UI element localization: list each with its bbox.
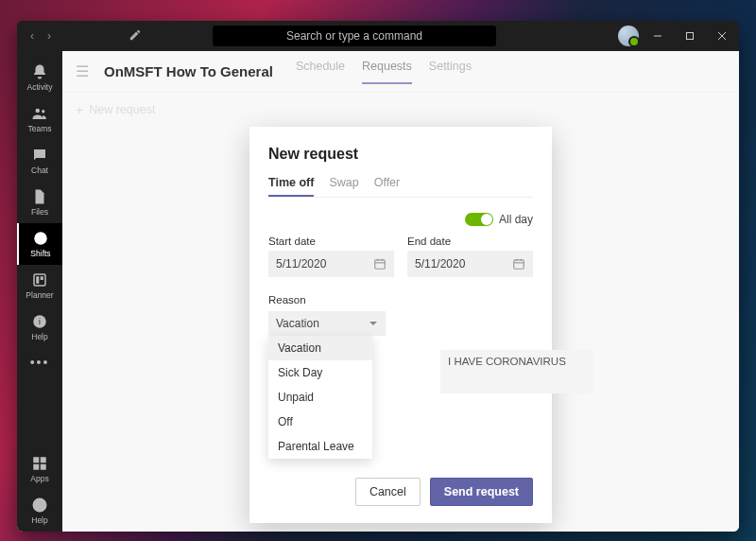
tab-settings[interactable]: Settings — [429, 60, 472, 84]
forward-button[interactable]: › — [42, 29, 57, 43]
rail-apps[interactable]: Apps — [17, 448, 62, 490]
reason-label: Reason — [268, 294, 306, 305]
close-button[interactable] — [709, 23, 735, 49]
hamburger-icon[interactable]: ☰ — [76, 62, 89, 80]
content-tabs: Schedule Requests Settings — [296, 60, 472, 84]
search-input[interactable]: Search or type a command — [213, 26, 496, 46]
send-request-button[interactable]: Send request — [430, 478, 533, 506]
app-window: ‹ › Search or type a command Activity — [17, 21, 739, 532]
minimize-button[interactable] — [644, 23, 671, 49]
rail-more[interactable]: ••• — [17, 348, 62, 376]
new-request-label: New request — [89, 103, 155, 116]
user-avatar[interactable] — [618, 26, 639, 46]
maximize-button[interactable] — [677, 23, 703, 49]
search-placeholder: Search or type a command — [286, 29, 422, 43]
chevron-down-icon — [369, 319, 378, 328]
cancel-button[interactable]: Cancel — [355, 478, 421, 506]
calendar-icon — [373, 257, 387, 270]
end-date-input[interactable]: 5/11/2020 — [407, 251, 533, 277]
start-date-label: Start date — [268, 236, 394, 247]
content-topbar: ☰ OnMSFT How To General Schedule Request… — [62, 51, 739, 93]
new-request-modal: New request Time off Swap Offer All day — [249, 127, 552, 523]
all-day-toggle[interactable] — [465, 213, 493, 226]
modal-tab-timeoff[interactable]: Time off — [268, 176, 314, 197]
reason-option-unpaid[interactable]: Unpaid — [268, 385, 372, 410]
reason-dropdown: Vacation Sick Day Unpaid Off Parental Le… — [268, 336, 372, 459]
note-textarea[interactable]: I HAVE CORONAVIRUS — [440, 350, 593, 393]
desktop-background: ‹ › Search or type a command Activity — [0, 0, 756, 541]
rail-teams[interactable]: Teams — [17, 98, 62, 140]
reason-select[interactable]: Vacation — [268, 311, 386, 336]
modal-tab-swap[interactable]: Swap — [329, 176, 358, 197]
rail-shifts[interactable]: Shifts — [17, 223, 62, 265]
svg-rect-1 — [687, 33, 694, 40]
svg-point-17 — [39, 508, 40, 509]
rail-help-bottom[interactable]: Help — [17, 490, 62, 532]
tab-schedule[interactable]: Schedule — [296, 60, 345, 84]
calendar-icon — [512, 257, 525, 270]
end-date-label: End date — [407, 236, 533, 247]
svg-rect-8 — [36, 276, 39, 284]
modal-tab-offer[interactable]: Offer — [374, 176, 401, 197]
tab-requests[interactable]: Requests — [362, 60, 412, 84]
reason-option-parental-leave[interactable]: Parental Leave — [268, 434, 372, 459]
svg-rect-22 — [514, 260, 524, 269]
plus-icon: + — [76, 102, 83, 117]
start-date-input[interactable]: 5/11/2020 — [268, 251, 394, 277]
svg-rect-12 — [34, 458, 39, 462]
back-button[interactable]: ‹ — [25, 29, 40, 43]
rail-files[interactable]: Files — [17, 182, 62, 223]
titlebar: ‹ › Search or type a command — [17, 21, 739, 51]
rail-chat[interactable]: Chat — [17, 140, 62, 182]
reason-option-sick-day[interactable]: Sick Day — [268, 360, 372, 385]
reason-option-vacation[interactable]: Vacation — [268, 336, 372, 360]
rail-help[interactable]: i Help — [17, 306, 62, 348]
svg-rect-15 — [42, 465, 46, 470]
team-name: OnMSFT How To General — [104, 63, 273, 79]
compose-icon[interactable] — [126, 28, 145, 44]
svg-rect-18 — [375, 260, 386, 269]
rail-planner[interactable]: Planner — [17, 265, 62, 306]
app-rail: Activity Teams Chat Files Shifts — [17, 51, 62, 532]
content-area: ☰ OnMSFT How To General Schedule Request… — [62, 51, 739, 532]
svg-point-4 — [36, 109, 41, 113]
svg-rect-14 — [34, 465, 39, 470]
svg-point-5 — [42, 110, 44, 113]
rail-activity[interactable]: Activity — [17, 57, 62, 98]
new-request-row[interactable]: + New request — [62, 93, 739, 127]
all-day-label: All day — [499, 213, 533, 226]
svg-rect-9 — [41, 276, 43, 280]
svg-rect-7 — [34, 274, 45, 286]
modal-title: New request — [268, 146, 533, 163]
svg-rect-13 — [42, 458, 46, 462]
modal-tabs: Time off Swap Offer — [268, 176, 533, 198]
ellipsis-icon: ••• — [30, 355, 50, 370]
reason-option-off[interactable]: Off — [268, 410, 372, 434]
svg-text:i: i — [39, 318, 41, 326]
